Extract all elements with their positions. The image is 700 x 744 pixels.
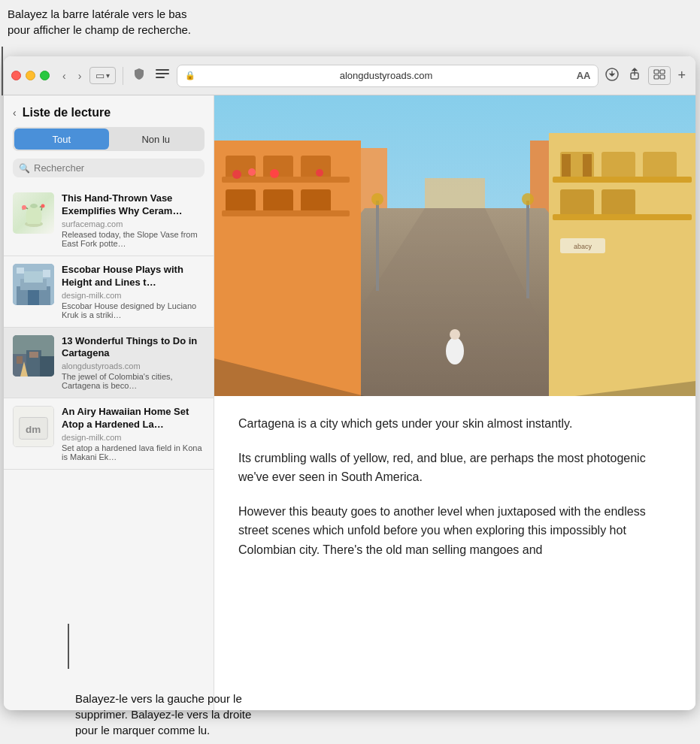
svg-rect-25 (29, 352, 38, 358)
svg-rect-1 (156, 73, 169, 74)
search-icon: 🔍 (19, 163, 30, 174)
download-icon (605, 68, 619, 81)
escobar-image (13, 264, 54, 305)
separator (123, 67, 123, 85)
article-paragraph-1: Cartagena is a city which gets under you… (238, 414, 671, 434)
sidebar: ‹ Liste de lecture Tout Non lu 🔍 (4, 95, 214, 710)
back-nav-button[interactable]: ‹ (59, 68, 70, 84)
svg-text:abacy: abacy (574, 243, 592, 250)
svg-rect-45 (222, 177, 350, 183)
search-input[interactable] (34, 162, 198, 174)
item-desc: The jewel of Colombia's cities, Cartagen… (62, 372, 205, 390)
chevron-down-icon: ▾ (106, 71, 110, 80)
annotation-top: Balayez la barre latérale vers le bas po… (8, 6, 191, 38)
hero-image: abacy (214, 95, 695, 396)
item-info: This Hand-Thrown Vase Exemplifies Why Ce… (62, 192, 205, 248)
svg-rect-54 (643, 152, 677, 178)
item-title: This Hand-Thrown Vase Exemplifies Why Ce… (62, 192, 205, 218)
new-tab-button[interactable]: + (675, 65, 688, 86)
titlebar: ‹ › ▭ ▾ 🔒 alongdustyroads.com (4, 56, 695, 95)
lock-icon: 🔒 (185, 71, 195, 80)
svg-point-49 (270, 169, 279, 178)
svg-rect-17 (28, 290, 39, 305)
sidebar-back-button[interactable]: ‹ (13, 107, 17, 119)
svg-rect-57 (553, 177, 692, 183)
tabs-button[interactable] (648, 66, 671, 85)
sidebar-icon: ▭ (95, 70, 105, 81)
forward-nav-button[interactable]: › (74, 68, 86, 84)
reader-button[interactable] (153, 65, 172, 86)
share-icon (628, 68, 641, 81)
svg-rect-0 (156, 69, 169, 71)
filter-all-button[interactable]: Tout (14, 129, 109, 150)
shield-button[interactable] (130, 65, 148, 86)
svg-rect-63 (526, 201, 529, 298)
fullscreen-button[interactable] (40, 71, 50, 80)
cartagena-image (13, 335, 54, 377)
reader-icon (155, 68, 170, 80)
svg-rect-53 (602, 152, 635, 178)
svg-rect-71 (425, 178, 485, 208)
svg-rect-8 (660, 75, 665, 79)
svg-rect-16 (24, 271, 43, 283)
list-item[interactable]: This Hand-Thrown Vase Exemplifies Why Ce… (4, 185, 214, 256)
svg-rect-23 (40, 356, 54, 377)
minimize-button[interactable] (26, 71, 35, 80)
list-item[interactable]: dm An Airy Hawaiian Home Set Atop a Hard… (4, 398, 214, 470)
list-item[interactable]: 13 Wonderful Things to Do in Cartagena a… (4, 328, 214, 399)
article-paragraph-2: Its crumbling walls of yellow, red, and … (238, 449, 671, 487)
shield-icon (132, 67, 146, 80)
traffic-lights (11, 71, 50, 80)
article-text: Cartagena is a city which gets under you… (214, 396, 695, 710)
item-title: Escobar House Plays with Height and Line… (62, 264, 205, 289)
svg-point-65 (446, 337, 464, 364)
svg-rect-43 (263, 189, 293, 212)
item-desc: Released today, the Slope Vase from East… (62, 230, 205, 248)
font-size-button[interactable]: AA (577, 70, 591, 81)
svg-rect-18 (17, 268, 24, 274)
item-domain: design-milk.com (62, 433, 205, 442)
browser-window: ‹ › ▭ ▾ 🔒 alongdustyroads.com (4, 56, 695, 710)
download-button[interactable] (603, 65, 621, 86)
item-thumbnail (13, 335, 54, 377)
annotation-line-top (2, 47, 3, 95)
item-thumbnail (13, 192, 54, 234)
filter-unread-button[interactable]: Non lu (109, 129, 204, 150)
item-desc: Escobar House designed by Luciano Kruk i… (62, 301, 205, 319)
svg-point-12 (41, 204, 44, 207)
item-thumbnail: dm (13, 406, 54, 447)
sidebar-toggle-button[interactable]: ▭ ▾ (89, 67, 116, 84)
svg-rect-5 (654, 70, 659, 74)
url-bar[interactable]: 🔒 alongdustyroads.com AA (177, 65, 598, 87)
svg-rect-59 (562, 154, 571, 177)
main-content: ‹ Liste de lecture Tout Non lu 🔍 (4, 95, 695, 710)
svg-rect-46 (222, 210, 350, 216)
svg-rect-44 (301, 189, 331, 212)
svg-rect-2 (156, 77, 165, 78)
svg-rect-58 (553, 214, 692, 220)
sidebar-title: Liste de lecture (23, 106, 111, 119)
svg-point-48 (248, 168, 256, 176)
svg-point-66 (450, 329, 460, 340)
svg-rect-24 (17, 356, 23, 364)
svg-point-50 (316, 169, 323, 177)
search-bar: 🔍 (13, 159, 205, 177)
list-item[interactable]: Escobar House Plays with Height and Line… (4, 256, 214, 328)
svg-rect-55 (560, 189, 594, 216)
reading-list: This Hand-Thrown Vase Exemplifies Why Ce… (4, 185, 214, 710)
article-area: abacy Cartagena is a city which gets und… (214, 95, 695, 710)
svg-rect-42 (226, 189, 256, 212)
item-desc: Set atop a hardened lava field in Kona i… (62, 443, 205, 461)
annotation-line-bottom (68, 624, 69, 669)
sidebar-header: ‹ Liste de lecture (4, 95, 214, 127)
close-button[interactable] (11, 71, 21, 80)
svg-rect-7 (654, 75, 659, 79)
item-info: An Airy Hawaiian Home Set Atop a Hardene… (62, 406, 205, 461)
item-info: Escobar House Plays with Height and Line… (62, 264, 205, 319)
svg-rect-56 (602, 189, 635, 216)
svg-text:dm: dm (26, 424, 41, 435)
svg-rect-19 (43, 270, 50, 277)
url-text: alongdustyroads.com (199, 70, 572, 81)
svg-rect-6 (660, 70, 665, 74)
share-button[interactable] (626, 65, 644, 86)
